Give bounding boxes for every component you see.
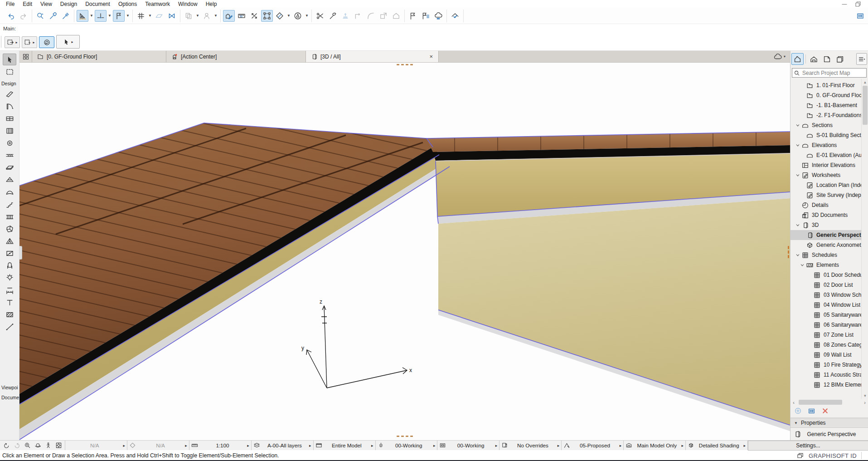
menu-options[interactable]: Options xyxy=(114,1,141,7)
view-settings-button[interactable] xyxy=(808,407,815,417)
properties-header[interactable]: ▼ Properties xyxy=(790,418,868,428)
tree-item-2-f1-foundations[interactable]: -2. F1-Foundations xyxy=(790,110,868,120)
tree-item-generic-perspective[interactable]: Generic Perspective xyxy=(790,230,868,240)
orbit-tool-dropdown[interactable]: ▼ xyxy=(304,10,310,22)
pane-splitter-right[interactable] xyxy=(788,246,789,258)
undo-button[interactable] xyxy=(5,10,17,22)
adjust-button[interactable] xyxy=(327,10,339,22)
quick-tool-marquee-all[interactable]: ▸ xyxy=(5,36,20,48)
shell-tool[interactable] xyxy=(3,186,16,198)
orbit-tool-button[interactable] xyxy=(292,10,304,22)
walk-button[interactable] xyxy=(43,441,53,450)
add-view-button[interactable] xyxy=(794,407,802,417)
minimize-button[interactable] xyxy=(841,1,848,7)
mark-up-button[interactable] xyxy=(449,10,461,22)
tree-expand-icon[interactable] xyxy=(794,172,801,178)
scrollbar-thumb[interactable] xyxy=(863,86,868,125)
editing-plane-button[interactable] xyxy=(153,10,165,22)
dropdown-arrow-icon[interactable]: ▸ xyxy=(619,443,622,448)
project-map-button[interactable] xyxy=(791,53,804,65)
stair-tool[interactable] xyxy=(3,198,16,210)
marquee-tool[interactable] xyxy=(3,66,16,78)
search-input[interactable] xyxy=(801,69,865,77)
tree-item-e-01-elevation-autorebuild-model[interactable]: E-01 Elevation (Autorebuild Model) xyxy=(790,150,868,160)
quick-option-partial-structure[interactable]: Main Model Only▸ xyxy=(624,441,686,450)
line-tool[interactable] xyxy=(3,321,16,333)
tree-item-02-door-list[interactable]: 02 Door List xyxy=(790,280,868,290)
viewport-3d[interactable]: z y x xyxy=(19,63,790,440)
panel-menu-button[interactable] xyxy=(856,53,867,65)
wall-tool[interactable] xyxy=(3,88,16,100)
tab-action-center[interactable]: [Action Center] xyxy=(166,51,306,62)
quick-tool-marquee[interactable]: ▸ xyxy=(22,36,37,48)
tree-expand-icon[interactable] xyxy=(794,142,801,148)
door-tool[interactable] xyxy=(3,100,16,112)
hscrollbar-thumb[interactable] xyxy=(799,400,842,405)
tree-item-09-wall-list[interactable]: 09 Wall List xyxy=(790,350,868,360)
menu-file[interactable]: File xyxy=(2,1,19,7)
pane-splitter-bottom[interactable] xyxy=(397,436,413,437)
snap-grid-dropdown[interactable]: ▼ xyxy=(147,10,153,22)
dropdown-arrow-icon[interactable]: ▾ xyxy=(784,54,786,59)
dropdown-arrow-icon[interactable]: ▸ xyxy=(308,443,311,448)
zone-tool[interactable] xyxy=(3,247,16,259)
object-tool[interactable] xyxy=(3,260,16,271)
view-map-button[interactable] xyxy=(808,53,820,65)
marquee-adjust-button[interactable] xyxy=(248,10,260,22)
tree-item-3d[interactable]: 3D xyxy=(790,220,868,230)
tree-item-01-door-schedule[interactable]: 01 Door Schedule xyxy=(790,270,868,280)
restore-button[interactable] xyxy=(854,1,862,7)
quick-option-layers[interactable]: A-00-All layers▸ xyxy=(252,441,314,450)
arrow-tool-button[interactable]: ▸ xyxy=(56,35,80,49)
menu-design[interactable]: Design xyxy=(56,1,81,7)
bimcloud-manager-button[interactable] xyxy=(432,10,444,22)
pick-up-parameters-button[interactable] xyxy=(47,10,59,22)
menu-edit[interactable]: Edit xyxy=(19,1,36,7)
quick-option-scale[interactable]: 1:100▸ xyxy=(189,441,252,450)
guide-lines-dropdown[interactable]: ▼ xyxy=(89,10,94,22)
column-tool[interactable] xyxy=(3,137,16,149)
home-story-button[interactable] xyxy=(390,10,402,22)
tree-item-1-01-first-floor[interactable]: 1. 01-First Floor xyxy=(790,80,868,90)
tree-expand-icon[interactable] xyxy=(794,222,801,228)
teamwork-cloud-button[interactable]: ▾ xyxy=(773,51,786,62)
scroll-left-icon[interactable]: ‹ xyxy=(790,399,797,406)
tree-item-07-zone-list[interactable]: 07 Zone List xyxy=(790,330,868,340)
slab-tool[interactable] xyxy=(3,162,16,173)
curtain-wall-tool[interactable] xyxy=(3,125,16,137)
tree-item-04-window-list[interactable]: 04 Window List xyxy=(790,300,868,310)
split-button[interactable] xyxy=(314,10,326,22)
view-back-button[interactable] xyxy=(1,441,11,450)
menu-document[interactable]: Document xyxy=(81,1,114,7)
inject-parameters-button[interactable] xyxy=(60,10,72,22)
layout-book-button[interactable] xyxy=(821,53,833,65)
lower-insulation-plane[interactable] xyxy=(438,198,790,425)
tree-hscrollbar[interactable]: ‹ › xyxy=(790,399,868,406)
quick-option-renovation-filter[interactable]: 05-Proposed▸ xyxy=(562,441,624,450)
tab-close-icon[interactable]: × xyxy=(428,53,434,60)
dropdown-arrow-icon[interactable]: ▸ xyxy=(370,443,373,448)
dropdown-arrow-icon[interactable]: ▸ xyxy=(495,443,498,448)
tree-item-elements[interactable]: Elements xyxy=(790,260,868,270)
scroll-up-icon[interactable]: ▲ xyxy=(862,79,868,85)
tree-item-generic-axonometry[interactable]: Generic Axonometry xyxy=(790,240,868,250)
dropdown-arrow-icon[interactable]: ▸ xyxy=(432,443,436,448)
tree-item-location-plan-independent[interactable]: Location Plan (Independent) xyxy=(790,180,868,190)
zoom-in-button[interactable] xyxy=(22,441,32,450)
tree-item-03-window-schedule[interactable]: 03 Window Schedule xyxy=(790,290,868,300)
3d-cutaway-dropdown[interactable]: ▼ xyxy=(286,10,291,22)
quick-option-graphic-overrides[interactable]: No Overrides▸ xyxy=(499,441,562,450)
corner-button[interactable] xyxy=(352,10,364,22)
tree-item-1-b1-basement[interactable]: -1. B1-Basement xyxy=(790,100,868,110)
graphisoft-id-label[interactable]: GRAPHISOFT ID xyxy=(809,452,857,459)
morph-tool[interactable] xyxy=(3,223,16,235)
tree-item-elevations[interactable]: Elevations xyxy=(790,140,868,150)
quick-option-pen-set[interactable]: 00-Working▸ xyxy=(376,441,438,450)
flag-list-button[interactable] xyxy=(420,10,432,22)
text-tool[interactable] xyxy=(3,296,16,308)
find-select-button[interactable] xyxy=(34,10,46,22)
dropdown-arrow-icon[interactable]: ▸ xyxy=(557,443,560,448)
pane-splitter-left[interactable] xyxy=(19,246,22,260)
3d-cutaway-button[interactable] xyxy=(274,10,286,22)
quick-option-structure-display[interactable]: Entire Model▸ xyxy=(314,441,376,450)
